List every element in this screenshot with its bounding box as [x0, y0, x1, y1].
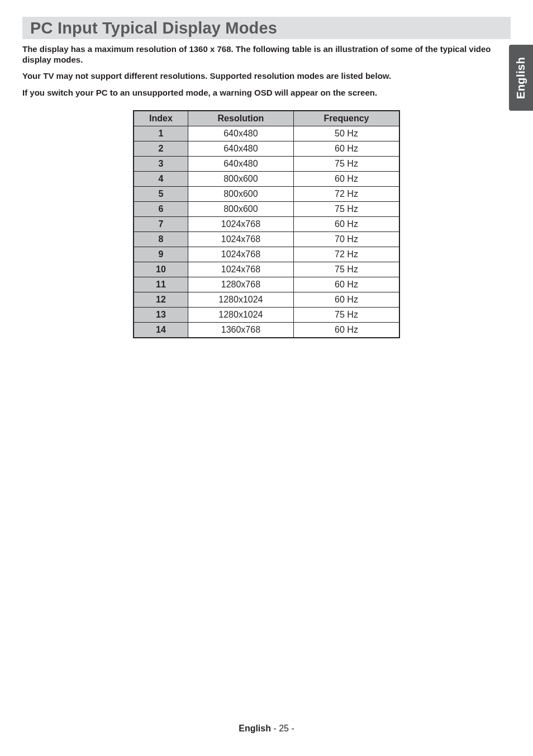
- cell-resolution: 640x480: [188, 156, 293, 171]
- language-tab: English: [509, 45, 533, 111]
- intro-paragraph-2: Your TV may not support different resolu…: [22, 70, 511, 81]
- cell-index: 12: [134, 292, 188, 307]
- intro-paragraph-1: The display has a maximum resolution of …: [22, 44, 511, 65]
- footer-page-number: 25 -: [279, 724, 294, 733]
- cell-index: 11: [134, 277, 188, 292]
- cell-resolution: 640x480: [188, 126, 293, 141]
- cell-resolution: 800x600: [188, 201, 293, 216]
- table-body: 1640x48050 Hz2640x48060 Hz3640x48075 Hz4…: [134, 126, 399, 338]
- cell-resolution: 1360x768: [188, 322, 293, 338]
- cell-resolution: 640x480: [188, 141, 293, 156]
- cell-index: 3: [134, 156, 188, 171]
- cell-frequency: 75 Hz: [294, 201, 400, 216]
- col-header-resolution: Resolution: [188, 111, 293, 126]
- cell-resolution: 1280x768: [188, 277, 293, 292]
- table-row: 2640x48060 Hz: [134, 141, 399, 156]
- table-header-row: Index Resolution Frequency: [134, 111, 399, 126]
- cell-frequency: 75 Hz: [294, 307, 400, 322]
- cell-index: 8: [134, 231, 188, 247]
- table-row: 121280x102460 Hz: [134, 292, 399, 307]
- cell-frequency: 72 Hz: [294, 247, 400, 262]
- cell-frequency: 60 Hz: [294, 171, 400, 186]
- cell-index: 4: [134, 171, 188, 186]
- cell-resolution: 800x600: [188, 186, 293, 201]
- table-row: 1640x48050 Hz: [134, 126, 399, 141]
- language-tab-label: English: [515, 56, 527, 98]
- section-title-bar: PC Input Typical Display Modes: [22, 17, 511, 39]
- table-row: 111280x76860 Hz: [134, 277, 399, 292]
- cell-frequency: 50 Hz: [294, 126, 400, 141]
- table-row: 101024x76875 Hz: [134, 262, 399, 277]
- cell-index: 2: [134, 141, 188, 156]
- cell-resolution: 1280x1024: [188, 307, 293, 322]
- intro-block: The display has a maximum resolution of …: [22, 44, 511, 98]
- cell-index: 6: [134, 201, 188, 216]
- cell-frequency: 60 Hz: [294, 216, 400, 231]
- cell-frequency: 60 Hz: [294, 277, 400, 292]
- cell-frequency: 75 Hz: [294, 262, 400, 277]
- cell-index: 9: [134, 247, 188, 262]
- footer-separator: -: [271, 724, 279, 733]
- table-row: 4800x60060 Hz: [134, 171, 399, 186]
- cell-frequency: 60 Hz: [294, 141, 400, 156]
- cell-index: 1: [134, 126, 188, 141]
- cell-resolution: 1280x1024: [188, 292, 293, 307]
- table-row: 91024x76872 Hz: [134, 247, 399, 262]
- col-header-index: Index: [134, 111, 188, 126]
- page-footer: English - 25 -: [0, 724, 533, 734]
- cell-index: 5: [134, 186, 188, 201]
- table-row: 3640x48075 Hz: [134, 156, 399, 171]
- cell-resolution: 1024x768: [188, 231, 293, 247]
- table-row: 81024x76870 Hz: [134, 231, 399, 247]
- table-row: 5800x60072 Hz: [134, 186, 399, 201]
- cell-index: 10: [134, 262, 188, 277]
- cell-frequency: 72 Hz: [294, 186, 400, 201]
- table-row: 141360x76860 Hz: [134, 322, 399, 338]
- col-header-frequency: Frequency: [294, 111, 400, 126]
- cell-resolution: 1024x768: [188, 247, 293, 262]
- table-row: 71024x76860 Hz: [134, 216, 399, 231]
- cell-resolution: 1024x768: [188, 262, 293, 277]
- intro-paragraph-3: If you switch your PC to an unsupported …: [22, 87, 511, 98]
- footer-language: English: [239, 724, 271, 733]
- cell-frequency: 60 Hz: [294, 322, 400, 338]
- cell-index: 13: [134, 307, 188, 322]
- cell-frequency: 60 Hz: [294, 292, 400, 307]
- cell-frequency: 75 Hz: [294, 156, 400, 171]
- cell-index: 14: [134, 322, 188, 338]
- display-modes-table: Index Resolution Frequency 1640x48050 Hz…: [133, 110, 400, 338]
- table-row: 131280x102475 Hz: [134, 307, 399, 322]
- cell-frequency: 70 Hz: [294, 231, 400, 247]
- cell-resolution: 1024x768: [188, 216, 293, 231]
- cell-resolution: 800x600: [188, 171, 293, 186]
- cell-index: 7: [134, 216, 188, 231]
- section-title: PC Input Typical Display Modes: [30, 19, 503, 37]
- table-row: 6800x60075 Hz: [134, 201, 399, 216]
- page: English PC Input Typical Display Modes T…: [0, 0, 533, 756]
